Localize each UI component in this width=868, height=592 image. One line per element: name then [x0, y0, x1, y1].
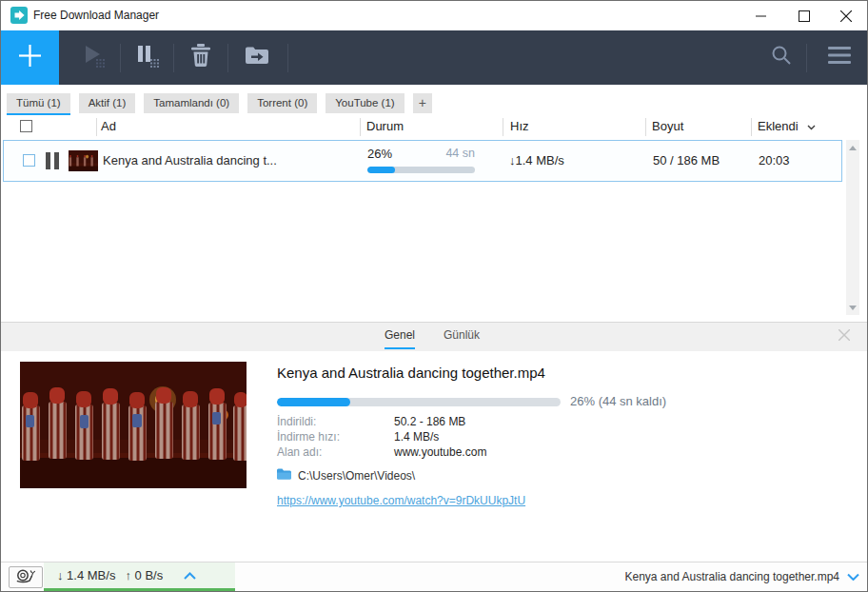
window-title: Free Download Manager — [33, 1, 159, 30]
chevron-up-icon — [184, 572, 196, 580]
download-name: Kenya and Australia dancing t... — [103, 153, 277, 168]
paused-status-icon — [46, 152, 59, 169]
play-icon — [80, 42, 107, 72]
filter-tab-bar: Tümü (1) Aktif (1) Tamamlandı (0) Torren… — [1, 85, 867, 116]
folder-path: C:\Users\Omer\Videos\ — [298, 469, 415, 483]
details-panel: Genel Günlük — [1, 322, 867, 562]
details-tab-bar: Genel Günlük — [1, 323, 867, 351]
toolbar-separator — [173, 44, 174, 72]
toolbar-separator — [287, 44, 288, 72]
chevron-down-icon — [847, 570, 859, 583]
tab-all[interactable]: Tümü (1) — [7, 93, 70, 115]
downloads-table-header: Ad Durum Hız Boyut Eklendi — [1, 116, 844, 138]
tab-active[interactable]: Aktif (1) — [79, 93, 136, 113]
title-bar: Free Download Manager — [1, 1, 867, 30]
maximize-button[interactable] — [783, 1, 825, 30]
add-tab-button[interactable]: + — [413, 93, 432, 113]
video-thumbnail-small — [69, 150, 98, 171]
row-checkbox[interactable] — [23, 154, 35, 167]
details-progress-label: 26% (44 sn kaldı) — [570, 394, 666, 408]
tab-completed[interactable]: Tamamlandı (0) — [144, 93, 239, 113]
folder-icon — [277, 468, 291, 483]
downloads-table: Kenya and Australia dancing t... 26% 44 … — [1, 138, 844, 316]
tab-general[interactable]: Genel — [385, 328, 415, 349]
field-downloaded: İndirildi:50.2 - 186 MB — [277, 415, 465, 428]
column-header-speed[interactable]: Hız — [510, 119, 529, 133]
close-panel-button[interactable] — [835, 326, 854, 345]
pause-icon — [134, 42, 161, 72]
table-scrollbar[interactable] — [846, 140, 859, 315]
download-size: 50 / 186 MB — [653, 153, 720, 168]
download-folder-link[interactable]: C:\Users\Omer\Videos\ — [277, 468, 415, 483]
column-separator — [96, 118, 97, 136]
toolbar-separator — [806, 44, 807, 72]
start-button[interactable] — [74, 38, 112, 76]
total-download-speed: ↓ 1.4 MB/s — [57, 568, 115, 582]
toolbar-separator — [227, 44, 228, 72]
field-download-speed: İndirme hızı:1.4 MB/s — [277, 430, 439, 444]
search-icon — [770, 44, 793, 70]
current-file-name: Kenya and Australia dancing together.mp4 — [625, 570, 840, 583]
close-button[interactable] — [825, 1, 867, 30]
column-header-status[interactable]: Durum — [366, 119, 404, 133]
tab-torrent[interactable]: Torrent (0) — [247, 93, 317, 113]
source-url-link[interactable]: https://www.youtube.com/watch?v=9rDkUUkp… — [277, 494, 525, 507]
tab-log[interactable]: Günlük — [444, 328, 480, 347]
toolbar-separator — [120, 44, 121, 72]
menu-button[interactable] — [820, 38, 858, 76]
tab-youtube[interactable]: YouTube (1) — [326, 93, 404, 113]
fdm-window: Free Download Manager — [0, 0, 868, 592]
column-header-name[interactable]: Ad — [101, 119, 116, 133]
delete-button[interactable] — [182, 38, 220, 76]
current-file-selector[interactable]: Kenya and Australia dancing together.mp4 — [625, 562, 860, 591]
select-all-checkbox[interactable] — [20, 120, 32, 132]
status-bar: ↓ 1.4 MB/s ↑ 0 B/s Kenya and Australia d… — [1, 562, 867, 591]
total-upload-speed: ↑ 0 B/s — [125, 568, 163, 582]
fdm-logo-icon — [10, 7, 28, 24]
column-separator — [645, 118, 646, 136]
snail-icon — [15, 567, 36, 587]
scroll-down-icon[interactable] — [846, 302, 859, 313]
video-thumbnail-large — [20, 362, 247, 488]
main-toolbar — [1, 30, 867, 85]
move-to-folder-button[interactable] — [238, 38, 276, 76]
details-file-title: Kenya and Australia dancing together.mp4 — [277, 365, 545, 381]
trash-icon — [190, 44, 211, 70]
download-speed: ↓1.4 MB/s — [509, 153, 564, 168]
field-domain: Alan adı:www.youtube.com — [277, 445, 486, 459]
download-added-time: 20:03 — [759, 153, 790, 168]
search-button[interactable] — [762, 38, 800, 76]
hamburger-icon — [828, 47, 851, 68]
download-row[interactable]: Kenya and Australia dancing t... 26% 44 … — [3, 140, 842, 182]
row-progress-bar — [367, 167, 475, 173]
folder-arrow-icon — [245, 46, 269, 69]
pause-button[interactable] — [128, 38, 167, 76]
column-header-size[interactable]: Boyut — [652, 119, 683, 133]
plus-icon — [19, 45, 41, 70]
snail-mode-button[interactable] — [9, 566, 43, 588]
scroll-up-icon[interactable] — [846, 142, 859, 153]
column-header-added[interactable]: Eklendi — [758, 119, 816, 133]
column-header-separator — [503, 118, 503, 136]
column-separator — [751, 118, 752, 136]
speed-summary-widget[interactable]: ↓ 1.4 MB/s ↑ 0 B/s — [44, 562, 235, 591]
minimize-button[interactable] — [740, 1, 781, 30]
download-eta: 44 sn — [367, 147, 475, 160]
sort-chevron-icon — [807, 119, 816, 133]
column-separator — [360, 118, 361, 136]
add-download-button[interactable] — [1, 30, 59, 85]
details-progress-bar — [277, 398, 561, 406]
